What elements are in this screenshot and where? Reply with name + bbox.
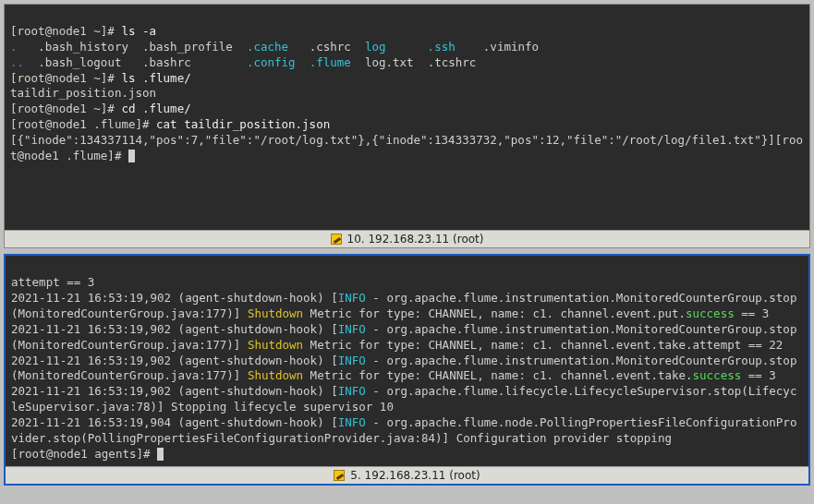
ls-item: .bash_profile xyxy=(142,40,233,54)
log-keyword-shutdown: Shutdown xyxy=(248,338,303,352)
log-seg: == 3 xyxy=(741,368,776,382)
status-label: 5. 192.168.23.11 (root) xyxy=(350,469,480,482)
terminal-icon xyxy=(334,470,345,481)
log-ts: 2021-11-21 16:53:19,902 (agent-shutdown-… xyxy=(11,354,338,367)
log-keyword-success: success xyxy=(693,368,742,382)
log-level-info: INFO xyxy=(338,415,366,429)
prompt: [root@node1 ~]# xyxy=(10,102,121,115)
ls-item: .tcshrc xyxy=(428,55,477,69)
cursor xyxy=(157,448,164,461)
log-ts: 2021-11-21 16:53:19,904 (agent-shutdown-… xyxy=(11,415,338,429)
prompt: [root@node1 agents]# xyxy=(11,447,157,461)
cmd-text: ls xyxy=(121,24,142,38)
ls-item: .ssh xyxy=(428,40,456,54)
prompt: [root@node1 .flume]# xyxy=(10,117,156,131)
ls-item: .bash_logout xyxy=(38,55,121,69)
ls-item: log.txt xyxy=(365,55,414,69)
status-label: 10. 192.168.23.11 (root) xyxy=(347,233,484,246)
log-level-info: INFO xyxy=(338,291,366,305)
ls-item: .flume xyxy=(310,55,351,69)
output-line: taildir_position.json xyxy=(10,86,156,100)
cmd-text: cd .flume/ xyxy=(121,102,190,115)
terminal-output-bottom[interactable]: attempt == 3 2021-11-21 16:53:19,902 (ag… xyxy=(6,256,808,465)
ls-item: . xyxy=(10,40,18,54)
ls-item: .cache xyxy=(247,40,288,54)
cmd-text: cat taildir_position.json xyxy=(156,117,330,131)
prompt: [root@node1 ~]# xyxy=(10,71,121,85)
ls-item: .config xyxy=(247,55,296,69)
terminal-output-top[interactable]: [root@node1 ~]# ls -a . .bash_history .b… xyxy=(5,5,809,230)
ls-item: .bashrc xyxy=(142,55,191,69)
ls-item: .viminfo xyxy=(483,40,539,54)
log-level-info: INFO xyxy=(338,384,366,398)
terminal-window-bottom: attempt == 3 2021-11-21 16:53:19,902 (ag… xyxy=(4,254,810,485)
ls-item: .cshrc xyxy=(310,40,351,54)
log-seg: == 3 xyxy=(735,306,770,320)
log-level-info: INFO xyxy=(338,354,366,367)
log-seg: Metric for type: CHANNEL, name: c1. chan… xyxy=(303,368,692,382)
prompt: [root@node1 ~]# xyxy=(10,24,121,38)
log-ts: 2021-11-21 16:53:19,902 (agent-shutdown-… xyxy=(11,291,338,305)
log-keyword-shutdown: Shutdown xyxy=(248,306,303,320)
log-level-info: INFO xyxy=(338,322,366,336)
cursor xyxy=(128,150,135,162)
log-keyword-success: success xyxy=(686,306,735,320)
terminal-window-top: [root@node1 ~]# ls -a . .bash_history .b… xyxy=(4,4,810,248)
status-bar-top[interactable]: 10. 192.168.23.11 (root) xyxy=(5,230,809,247)
log-keyword-shutdown: Shutdown xyxy=(248,368,303,382)
status-bar-bottom[interactable]: 5. 192.168.23.11 (root) xyxy=(6,466,808,484)
output-line: [{"inode":134337114,"pos":7,"file":"/roo… xyxy=(10,133,775,147)
log-line: attempt == 3 xyxy=(11,275,94,289)
log-ts: 2021-11-21 16:53:19,902 (agent-shutdown-… xyxy=(11,322,338,336)
cmd-text: ls .flume/ xyxy=(121,71,190,85)
terminal-icon xyxy=(331,234,342,245)
log-ts: 2021-11-21 16:53:19,902 (agent-shutdown-… xyxy=(11,384,338,398)
cmd-flag: -a xyxy=(142,24,156,38)
ls-item: .. xyxy=(10,55,24,69)
ls-item: log xyxy=(365,40,386,54)
ls-item: .bash_history xyxy=(38,40,128,54)
log-seg: Metric for type: CHANNEL, name: c1. chan… xyxy=(303,338,783,352)
log-seg: Metric for type: CHANNEL, name: c1. chan… xyxy=(303,306,686,320)
